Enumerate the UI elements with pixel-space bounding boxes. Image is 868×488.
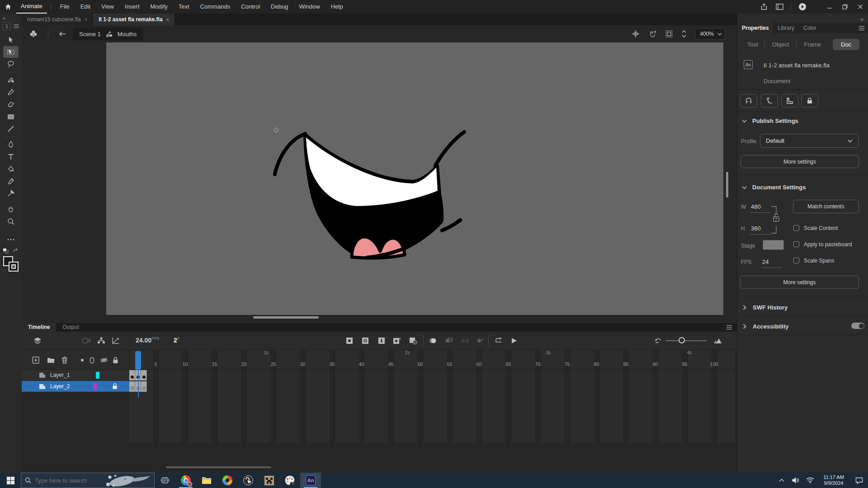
swap-colors-icon[interactable]	[13, 248, 19, 253]
blank-keyframe[interactable]	[129, 381, 135, 392]
frame-view-button[interactable]	[712, 335, 724, 346]
davinci-resolve-taskbar-icon[interactable]	[217, 473, 238, 488]
rectangle-tool[interactable]	[3, 111, 19, 122]
panel-tab[interactable]: Library	[773, 23, 799, 33]
minimize-button[interactable]	[822, 0, 837, 14]
reset-timeline-zoom-button[interactable]	[652, 335, 664, 346]
width-value[interactable]: 480	[751, 203, 761, 210]
tray-expand-icon[interactable]	[775, 473, 788, 488]
publish-more-settings-button[interactable]: More settings	[741, 155, 859, 168]
expand-dock-icon[interactable]: »	[860, 16, 863, 23]
minecraft-taskbar-icon[interactable]	[259, 473, 279, 488]
edit-toolbar-button[interactable]	[3, 234, 19, 245]
back-arrow-icon[interactable]	[58, 31, 66, 37]
document-tab[interactable]: romanr15 cutscene.fla ×	[22, 14, 93, 25]
eyedropper-tool[interactable]	[3, 175, 19, 187]
mouth-artwork[interactable]	[262, 122, 479, 276]
document-more-settings-button[interactable]: More settings	[740, 276, 859, 289]
panel-tab[interactable]: Color	[799, 23, 821, 33]
wifi-icon[interactable]	[803, 473, 817, 488]
dock-tab-number[interactable]: 1	[3, 22, 11, 30]
breadcrumb-symbol[interactable]: Mouths	[118, 31, 137, 38]
subtab-frame[interactable]: Frame	[797, 41, 828, 48]
asset-warp-tool[interactable]	[3, 188, 19, 199]
fps-value-field[interactable]: 24	[762, 258, 769, 265]
center-stage-icon[interactable]	[632, 30, 640, 38]
menu-item[interactable]: Control	[236, 0, 265, 14]
clip-content-icon[interactable]	[665, 30, 673, 38]
chrome-taskbar-icon[interactable]	[175, 473, 196, 488]
panel-tab[interactable]: Properties	[737, 23, 773, 33]
auto-keyframe-button[interactable]: A	[391, 335, 403, 346]
snap-magnet-button[interactable]	[740, 94, 757, 108]
volume-icon[interactable]	[788, 473, 803, 488]
layer-color-chip[interactable]	[93, 383, 97, 390]
camera-button[interactable]	[80, 335, 92, 346]
timeline-zoom-slider-track[interactable]	[666, 340, 707, 341]
obs-taskbar-icon[interactable]	[238, 473, 259, 488]
create-shape-tween-button[interactable]	[475, 335, 486, 346]
fps-display[interactable]: 24.00FPS	[136, 336, 160, 344]
scale-spans-checkbox[interactable]	[793, 258, 799, 263]
quick-share-play-icon[interactable]	[795, 0, 810, 14]
paint-bucket-tool[interactable]	[3, 163, 19, 175]
accessibility-toggle[interactable]	[851, 323, 864, 329]
breadcrumb-scene[interactable]: Scene 1	[79, 31, 101, 38]
height-value[interactable]: 360	[751, 225, 761, 232]
zoom-stepper-icon[interactable]	[681, 29, 687, 38]
loop-playback-button[interactable]	[493, 335, 505, 346]
timeline-tab[interactable]: Output	[56, 323, 85, 332]
task-view-button[interactable]	[155, 473, 175, 488]
layer-row[interactable]: Layer_2	[22, 381, 129, 392]
fill-stroke-swatches[interactable]	[3, 256, 19, 272]
panel-menu-icon[interactable]	[859, 26, 865, 31]
fill-color-swatch[interactable]	[9, 262, 19, 272]
lock-guides-button[interactable]	[801, 94, 818, 108]
lasso-tool[interactable]	[3, 58, 19, 70]
subtab-doc[interactable]: Doc	[833, 39, 859, 50]
line-tool[interactable]	[3, 123, 19, 135]
subselection-tool[interactable]	[3, 46, 19, 58]
dock-menu-icon[interactable]	[14, 23, 19, 29]
menu-item[interactable]: Text	[173, 0, 195, 14]
snap-align-button[interactable]	[761, 94, 778, 108]
taskbar-clock[interactable]: 11:17 AM 9/9/2024	[817, 474, 850, 486]
accessibility-header[interactable]: Accessibility	[743, 323, 789, 330]
layer-view-button[interactable]	[32, 335, 43, 346]
text-tool[interactable]	[3, 151, 19, 163]
zoom-level-select[interactable]: 400%	[695, 28, 725, 40]
subtab-object[interactable]: Object	[765, 41, 797, 48]
subtab-tool[interactable]: Tool	[741, 41, 764, 48]
rotation-tool-icon[interactable]	[648, 30, 657, 38]
timeline-tab[interactable]: Timeline	[22, 323, 56, 332]
insert-frame-button[interactable]	[376, 335, 387, 346]
start-button[interactable]	[0, 473, 21, 488]
menu-item[interactable]: View	[96, 0, 119, 14]
search-input[interactable]	[35, 477, 103, 484]
home-icon[interactable]	[0, 0, 16, 14]
keyframe[interactable]	[129, 370, 135, 380]
menu-item[interactable]: Debug	[265, 0, 293, 14]
layer-color-chip[interactable]	[96, 372, 99, 379]
menu-item[interactable]: File	[55, 0, 75, 14]
close-tab-icon[interactable]: ×	[166, 17, 169, 22]
create-motion-tween-button[interactable]	[443, 335, 455, 346]
blank-keyframe[interactable]	[141, 381, 147, 392]
menu-item[interactable]: Help	[326, 0, 349, 14]
delete-frame-button[interactable]	[407, 335, 419, 346]
layer-lock-icon[interactable]	[112, 383, 118, 389]
stage-color-swatch[interactable]	[763, 240, 784, 250]
file-explorer-taskbar-icon[interactable]	[196, 473, 217, 488]
onion-skin-button[interactable]	[427, 335, 439, 346]
close-tab-icon[interactable]: ×	[85, 17, 87, 22]
zoom-tool[interactable]	[3, 216, 19, 227]
link-wh-icon[interactable]	[771, 205, 780, 235]
profile-select[interactable]: Default	[760, 134, 859, 148]
match-contents-button[interactable]: Match contents	[793, 200, 859, 213]
timeline-scrollbar-thumb[interactable]	[166, 466, 271, 468]
restore-button[interactable]	[837, 0, 853, 14]
classic-brush-tool[interactable]	[3, 86, 19, 98]
graph-editor-button[interactable]	[110, 335, 122, 346]
publish-settings-header[interactable]: Publish Settings	[742, 117, 798, 124]
menu-item[interactable]: Edit	[75, 0, 96, 14]
